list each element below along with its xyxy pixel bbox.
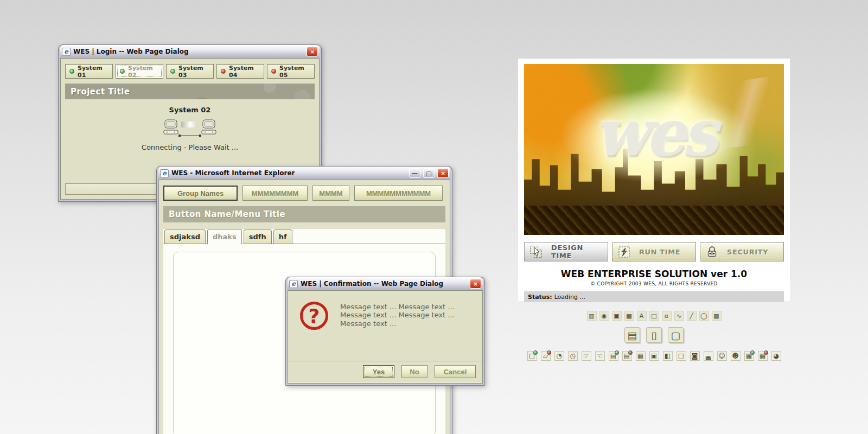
content-tab[interactable]: dhaks: [207, 229, 242, 244]
ie-page-icon: e: [289, 280, 298, 288]
clock-edit-icon[interactable]: ◔: [554, 351, 564, 361]
brand-panel: wes DESIGN TIME: [518, 59, 790, 301]
status-value: Loading ...: [554, 293, 585, 301]
design-time-label: DESIGN TIME: [551, 244, 603, 260]
pattern-fill-icon[interactable]: ▩: [624, 311, 634, 321]
confirmation-body: ? Message text ... Message text ... Mess…: [288, 290, 483, 384]
ledger-alert-icon[interactable]: ▤: [622, 351, 632, 361]
status-dot-icon: [628, 350, 633, 355]
confirmation-button[interactable]: Yes: [363, 365, 394, 378]
login-dialog-titlebar[interactable]: e WES | Login -- Web Page Dialog ×: [60, 45, 320, 58]
chip-online-icon[interactable]: ▦: [744, 351, 754, 361]
content-tab[interactable]: sdjaksd: [164, 229, 206, 244]
keyboard-icon[interactable]: ▦: [636, 351, 646, 361]
security-lock-icon: [705, 245, 719, 259]
system-status-led-icon: [170, 69, 175, 74]
group-button[interactable]: MMMM: [312, 186, 349, 201]
system-tab-row: System 01 System 02 System 03 Sy: [61, 59, 319, 79]
group-button[interactable]: MMMMMMMMMMM: [354, 186, 443, 201]
system-tab-label: System 04: [229, 65, 260, 79]
monitor-icon[interactable]: ▢: [676, 351, 686, 361]
ellipse-tool-icon[interactable]: ◯: [699, 311, 709, 321]
folder-alert-icon[interactable]: ▱: [541, 351, 551, 361]
status-icon-glyph: ◙: [692, 352, 698, 360]
group-button[interactable]: MMMMMMMM: [242, 186, 308, 201]
group-button-row: Group Names MMMMMMMM MMMM MMMMMMMMMMM: [159, 180, 450, 201]
design-time-cursor-icon: [529, 245, 544, 259]
ledger-online-icon[interactable]: ▤: [609, 351, 618, 361]
desktop: e WES | Login -- Web Page Dialog × Syste…: [0, 0, 868, 434]
group-button[interactable]: Group Names: [163, 186, 238, 201]
system-tab[interactable]: System 03: [166, 64, 214, 79]
monitor-user-icon[interactable]: ☺: [717, 351, 727, 361]
status-bar: Status: Loading ...: [524, 291, 784, 302]
confirmation-message-area: ? Message text ... Message text ... Mess…: [288, 291, 482, 361]
monitor-user-locked-icon[interactable]: ☻: [731, 351, 741, 361]
system-tab[interactable]: System 05: [267, 64, 315, 79]
wes-splash-image: wes: [524, 64, 784, 235]
cubes-icon[interactable]: ◧: [663, 351, 673, 361]
monitor-locked-icon[interactable]: ◙: [690, 351, 700, 361]
monitor-unlocked-icon[interactable]: ◛: [704, 351, 713, 361]
confirmation-titlebar[interactable]: e WES | Confirmation -- Web Page Dialog …: [288, 277, 483, 290]
pc-tower-folder-icon[interactable]: ▯: [646, 327, 662, 343]
status-label: Status:: [528, 293, 552, 301]
desktop-computer-icon[interactable]: ▢: [668, 327, 684, 343]
status-dot-icon: [533, 350, 538, 355]
confirmation-button[interactable]: Cancel: [435, 365, 476, 378]
terminal-online-icon[interactable]: ▢: [527, 351, 537, 361]
text-tool-icon[interactable]: A: [637, 311, 647, 321]
confirmation-button[interactable]: No: [401, 365, 427, 378]
chip-alert-icon[interactable]: ▦: [758, 351, 768, 361]
status-icon-glyph: ◕: [773, 352, 778, 360]
close-icon[interactable]: ×: [437, 168, 449, 178]
status-icon-glyph: ▣: [651, 352, 657, 360]
confirmation-message: Message text ... Message text ... Messag…: [340, 302, 455, 361]
browser-titlebar[interactable]: e WES - Microsoft Internet Explorer — ▢ …: [158, 167, 450, 180]
line-tool-icon[interactable]: ╱: [687, 311, 697, 321]
device-icons-strip: ▤ ▯ ▢: [518, 327, 790, 343]
maximize-icon[interactable]: ▢: [423, 168, 435, 178]
content-tab[interactable]: sdfh: [244, 229, 272, 244]
lasso-tool-icon[interactable]: α: [662, 311, 672, 321]
content-tab[interactable]: hf: [273, 229, 292, 244]
image-icon[interactable]: ▣: [612, 311, 622, 321]
system-status-led-icon: [69, 69, 74, 74]
close-icon[interactable]: ×: [470, 279, 481, 289]
chip-frame-icon[interactable]: ▣: [649, 351, 659, 361]
alert-clock-icon[interactable]: ◕: [771, 351, 781, 361]
system-tab[interactable]: System 01: [65, 64, 113, 79]
system-status-led-icon: [120, 69, 125, 74]
minimize-icon[interactable]: —: [409, 168, 420, 178]
login-dialog-title: WES | Login -- Web Page Dialog: [73, 48, 304, 55]
connecting-status-text: Connecting - Please Wait ...: [142, 143, 238, 151]
curve-tool-icon[interactable]: ∿: [674, 311, 684, 321]
close-icon[interactable]: ×: [307, 47, 318, 56]
system-tab[interactable]: System 04: [216, 64, 264, 79]
status-icon-glyph: ▢: [678, 352, 684, 360]
content-tab-row: sdjaksd dhaks sdfh hf: [163, 229, 445, 244]
alarm-clock-icon[interactable]: ◷: [568, 351, 578, 361]
system-status-led-icon: [271, 69, 276, 74]
status-icon-glyph: ◧: [665, 352, 671, 360]
rectangle-tool-icon[interactable]: □: [649, 311, 659, 321]
hand-point-icon[interactable]: ☞: [582, 351, 591, 361]
ie-page-icon: e: [160, 169, 169, 177]
confirmation-button-row: Yes No Cancel: [288, 361, 482, 383]
media-hand-icon[interactable]: ▦: [712, 311, 722, 321]
cd-disc-icon[interactable]: ◉: [599, 311, 609, 321]
message-line: Message text ... Message text ...: [340, 311, 455, 319]
film-strip-icon[interactable]: ▥: [587, 311, 597, 321]
connecting-computers-icon: [163, 119, 217, 139]
book-icon[interactable]: ▤: [624, 327, 640, 343]
system-tab[interactable]: System 02: [116, 64, 163, 79]
hand-insert-icon[interactable]: ☜: [595, 351, 605, 361]
menu-title-header: Button Name/Menu Title: [163, 206, 445, 222]
wes-logo: wes: [593, 95, 714, 170]
design-time-button[interactable]: DESIGN TIME: [524, 242, 608, 261]
security-button[interactable]: SECURITY: [700, 242, 784, 261]
message-line: Message text ...: [340, 320, 455, 328]
drawing-tools-strip: ▥ ◉ ▣ ▩ A □ α ∿ ╱ ◯ ▦: [518, 311, 790, 321]
run-time-button[interactable]: RUN TIME: [612, 242, 696, 261]
system-tab-label: System 05: [279, 65, 310, 79]
